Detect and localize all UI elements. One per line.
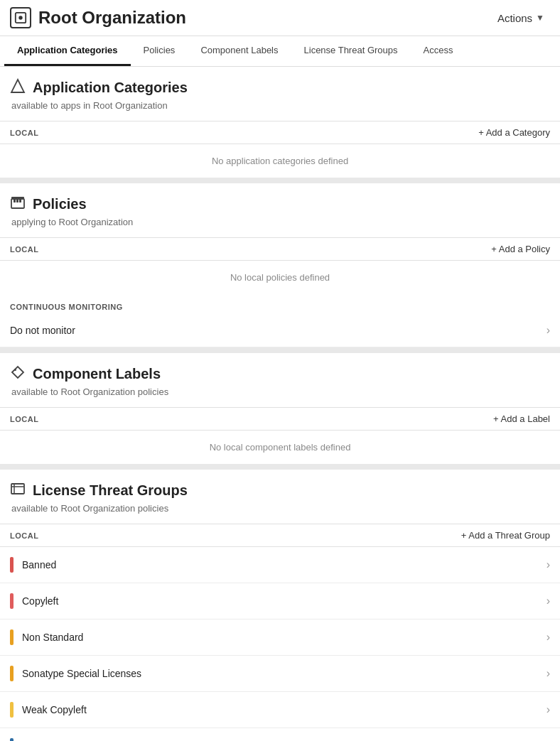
add-policy-button[interactable]: + Add a Policy — [491, 244, 550, 254]
app-categories-empty: No application categories defined — [0, 144, 560, 178]
svg-marker-2 — [11, 80, 24, 92]
add-category-button[interactable]: + Add a Category — [478, 127, 550, 138]
threat-color-bar — [10, 557, 14, 573]
tab-bar: Application Categories Policies Componen… — [0, 36, 560, 67]
threat-color-bar — [10, 702, 14, 718]
threat-item-label: Weak Copyleft — [22, 704, 87, 715]
list-item[interactable]: Sonatype Special Licenses › — [0, 656, 560, 692]
svg-rect-4 — [14, 199, 16, 202]
list-item[interactable]: Banned › — [0, 547, 560, 583]
add-threat-group-button[interactable]: + Add a Threat Group — [461, 530, 550, 541]
svg-rect-6 — [19, 199, 21, 202]
policies-empty: No local policies defined — [0, 261, 560, 294]
policies-local-row: LOCAL + Add a Policy — [0, 237, 560, 261]
actions-dropdown-arrow: ▼ — [536, 13, 544, 23]
list-item[interactable]: Non Standard › — [0, 620, 560, 656]
app-categories-subtitle: available to apps in Root Organization — [11, 100, 550, 111]
section-title-row-comp-labels: Component Labels — [10, 364, 550, 384]
threat-item-label: Non Standard — [22, 632, 83, 643]
license-threat-local-row: LOCAL + Add a Threat Group — [0, 524, 560, 547]
tab-application-categories[interactable]: Application Categories — [4, 36, 131, 66]
list-item-left: Copyleft — [10, 593, 58, 609]
component-labels-title: Component Labels — [33, 366, 161, 382]
continuous-monitoring-label: CONTINUOUS MONITORING — [0, 294, 560, 314]
threat-color-bar — [10, 738, 14, 741]
org-icon — [10, 7, 31, 28]
list-item-chevron: › — [546, 667, 550, 680]
section-title-row-app-cat: Application Categories — [10, 78, 550, 97]
threat-item-label: Banned — [22, 559, 56, 570]
tab-license-threat-groups[interactable]: License Threat Groups — [291, 36, 411, 66]
policies-title: Policies — [33, 196, 87, 212]
component-labels-icon — [10, 364, 26, 384]
list-item-chevron: › — [546, 631, 550, 644]
list-item-chevron: › — [546, 558, 550, 571]
component-labels-subtitle: available to Root Organization policies — [11, 386, 550, 397]
svg-rect-9 — [11, 484, 24, 494]
policies-local-label: LOCAL — [10, 245, 38, 254]
section-license-threat-groups: License Threat Groups available to Root … — [0, 470, 560, 741]
license-threat-icon — [10, 481, 26, 500]
svg-point-8 — [14, 369, 16, 371]
app-categories-title: Application Categories — [33, 80, 188, 96]
section-header-app-cat: Application Categories available to apps… — [0, 67, 560, 114]
list-item-left: Non Standard — [10, 629, 83, 645]
actions-label: Actions — [497, 12, 532, 24]
policies-icon — [10, 195, 26, 214]
section-header-component-labels: Component Labels available to Root Organ… — [0, 353, 560, 400]
list-item[interactable]: Approved › — [0, 728, 560, 741]
list-item[interactable]: Weak Copyleft › — [0, 692, 560, 728]
threat-items-list: Banned › Copyleft › Non Standard › Sonat… — [0, 547, 560, 741]
policies-subtitle: applying to Root Organization — [11, 217, 550, 227]
threat-item-label: Copyleft — [22, 595, 58, 607]
svg-point-1 — [18, 16, 22, 19]
threat-color-bar — [10, 593, 14, 609]
threat-item-label: Sonatype Special Licenses — [22, 668, 141, 679]
list-item-chevron: › — [546, 703, 550, 716]
list-item[interactable]: Copyleft › — [0, 583, 560, 620]
section-header-license-threat: License Threat Groups available to Root … — [0, 470, 560, 516]
list-item-left: Approved — [10, 738, 65, 741]
section-title-row-license-threat: License Threat Groups — [10, 481, 550, 500]
component-labels-local-label: LOCAL — [10, 415, 38, 423]
tab-component-labels[interactable]: Component Labels — [188, 36, 291, 66]
do-not-monitor-label: Do not monitor — [10, 325, 75, 336]
list-item-left: Banned — [10, 557, 56, 573]
threat-color-bar — [10, 629, 14, 645]
app-categories-icon — [10, 78, 26, 97]
threat-color-bar — [10, 666, 14, 681]
svg-rect-5 — [16, 199, 18, 202]
do-not-monitor-item[interactable]: Do not monitor › — [0, 314, 560, 347]
page-header: Root Organization Actions ▼ — [0, 0, 560, 36]
license-threat-local-label: LOCAL — [10, 531, 38, 540]
section-header-policies: Policies applying to Root Organization — [0, 183, 560, 230]
section-application-categories: Application Categories available to apps… — [0, 67, 560, 183]
add-label-button[interactable]: + Add a Label — [493, 413, 550, 424]
list-item-chevron: › — [546, 595, 550, 607]
component-labels-empty: No local component labels defined — [0, 431, 560, 464]
list-item-left: Sonatype Special Licenses — [10, 666, 141, 681]
actions-button[interactable]: Actions ▼ — [492, 9, 550, 28]
section-policies: Policies applying to Root Organization L… — [0, 183, 560, 353]
header-left: Root Organization — [10, 7, 186, 28]
page-title: Root Organization — [38, 8, 186, 28]
section-title-row-policies: Policies — [10, 195, 550, 214]
section-component-labels: Component Labels available to Root Organ… — [0, 353, 560, 470]
component-labels-local-row: LOCAL + Add a Label — [0, 407, 560, 431]
list-item-left: Weak Copyleft — [10, 702, 87, 718]
do-not-monitor-left: Do not monitor — [10, 325, 75, 336]
do-not-monitor-chevron: › — [546, 324, 550, 337]
tab-policies[interactable]: Policies — [131, 36, 188, 66]
tab-access[interactable]: Access — [411, 36, 466, 66]
app-categories-local-label: LOCAL — [10, 129, 38, 137]
license-threat-subtitle: available to Root Organization policies — [11, 503, 550, 514]
app-categories-local-row: LOCAL + Add a Category — [0, 121, 560, 144]
license-threat-title: License Threat Groups — [33, 482, 188, 499]
svg-rect-7 — [11, 197, 24, 199]
